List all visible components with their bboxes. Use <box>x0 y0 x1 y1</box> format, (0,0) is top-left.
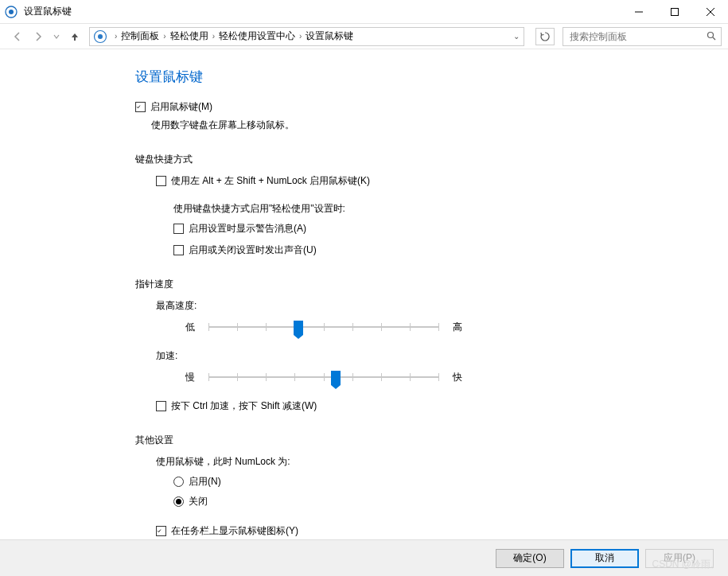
up-button[interactable] <box>68 31 81 42</box>
top-speed-high: 高 <box>447 321 468 334</box>
nav-row: › 控制面板 › 轻松使用 › 轻松使用设置中心 › 设置鼠标键 ⌄ <box>0 24 728 49</box>
top-speed-low: 低 <box>180 321 200 334</box>
minimize-button[interactable] <box>621 0 656 23</box>
maximize-button[interactable] <box>656 0 692 23</box>
ctrl-shift-row: 按下 Ctrl 加速，按下 Shift 减速(W) <box>156 399 629 413</box>
taskbar-icon-label[interactable]: 在任务栏上显示鼠标键图标(Y) <box>171 524 298 538</box>
button-bar: 确定(O) 取消 应用(P) <box>0 539 728 576</box>
forward-button[interactable] <box>32 31 45 42</box>
control-panel-icon <box>93 29 107 44</box>
enable-mousekeys-row: 启用鼠标键(M) <box>135 100 629 114</box>
back-button[interactable] <box>11 31 24 42</box>
svg-rect-3 <box>671 8 678 15</box>
accel-thumb[interactable] <box>331 371 341 385</box>
chevron-right-icon: › <box>295 32 306 41</box>
svg-point-7 <box>98 34 103 39</box>
apply-button: 应用(P) <box>645 549 714 568</box>
page-title: 设置鼠标键 <box>135 68 629 86</box>
numlock-heading: 使用鼠标键，此时 NumLock 为: <box>156 455 629 469</box>
other-heading: 其他设置 <box>135 434 629 447</box>
chevron-right-icon: › <box>208 32 219 41</box>
play-sound-label[interactable]: 启用或关闭设置时发出声音(U) <box>189 243 317 257</box>
radio-on-row: 启用(N) <box>173 475 629 488</box>
top-speed-slider-row: 低 高 <box>180 319 629 335</box>
radio-off-row: 关闭 <box>173 495 629 508</box>
top-speed-thumb[interactable] <box>294 321 303 335</box>
refresh-button[interactable] <box>535 28 555 45</box>
close-button[interactable] <box>692 0 728 23</box>
taskbar-icon-checkbox[interactable] <box>156 526 166 536</box>
top-speed-label: 最高速度: <box>156 299 629 313</box>
shortcut-heading: 键盘快捷方式 <box>135 153 629 166</box>
ctrl-shift-checkbox[interactable] <box>156 401 166 411</box>
cancel-button[interactable]: 取消 <box>570 549 639 568</box>
search-box[interactable] <box>563 27 722 46</box>
show-warning-label[interactable]: 启用设置时显示警告消息(A) <box>189 222 306 235</box>
crumb-mousekeys[interactable]: 设置鼠标键 <box>306 29 353 43</box>
window-title: 设置鼠标键 <box>24 5 621 18</box>
use-shortcut-row: 使用左 Alt + 左 Shift + NumLock 启用鼠标键(K) <box>156 174 629 188</box>
top-speed-slider[interactable] <box>208 319 439 335</box>
recent-dropdown[interactable] <box>53 33 60 40</box>
taskbar-row: 在任务栏上显示鼠标键图标(Y) <box>156 524 629 538</box>
window-buttons <box>621 0 728 23</box>
play-sound-checkbox[interactable] <box>173 245 184 255</box>
crumb-ease-center[interactable]: 轻松使用设置中心 <box>219 29 295 43</box>
ok-button[interactable]: 确定(O) <box>496 549 564 568</box>
app-icon <box>5 6 18 18</box>
address-bar[interactable]: › 控制面板 › 轻松使用 › 轻松使用设置中心 › 设置鼠标键 ⌄ <box>89 27 524 46</box>
search-icon <box>707 29 716 44</box>
accel-slider[interactable] <box>208 369 439 385</box>
enable-mousekeys-desc: 使用数字键盘在屏幕上移动鼠标。 <box>151 119 629 132</box>
accel-low: 慢 <box>180 371 200 384</box>
use-shortcut-checkbox[interactable] <box>156 176 166 186</box>
crumb-control-panel[interactable]: 控制面板 <box>121 29 159 43</box>
numlock-on-label[interactable]: 启用(N) <box>189 475 221 488</box>
enable-mousekeys-checkbox[interactable] <box>135 102 146 112</box>
shortcut-when-heading: 使用键盘快捷方式启用"轻松使用"设置时: <box>173 202 629 216</box>
address-dropdown[interactable]: ⌄ <box>509 32 524 41</box>
numlock-on-radio[interactable] <box>173 477 184 487</box>
accel-high: 快 <box>447 371 468 384</box>
svg-line-9 <box>713 37 715 40</box>
show-warning-checkbox[interactable] <box>173 224 184 234</box>
accel-slider-row: 慢 快 <box>180 369 629 385</box>
accel-label: 加速: <box>156 349 629 363</box>
ctrl-shift-label[interactable]: 按下 Ctrl 加速，按下 Shift 减速(W) <box>171 399 317 413</box>
search-input[interactable] <box>568 30 707 43</box>
svg-point-8 <box>708 32 714 37</box>
chevron-right-icon: › <box>111 32 121 41</box>
enable-mousekeys-label[interactable]: 启用鼠标键(M) <box>150 100 212 114</box>
speed-heading: 指针速度 <box>135 278 629 291</box>
chevron-right-icon: › <box>159 32 169 41</box>
svg-point-1 <box>9 10 14 14</box>
numlock-off-label[interactable]: 关闭 <box>189 495 208 508</box>
play-sound-row: 启用或关闭设置时发出声音(U) <box>173 243 629 257</box>
show-warning-row: 启用设置时显示警告消息(A) <box>173 222 629 235</box>
breadcrumb: 控制面板 › 轻松使用 › 轻松使用设置中心 › 设置鼠标键 <box>121 29 353 43</box>
numlock-off-radio[interactable] <box>173 496 184 507</box>
crumb-ease[interactable]: 轻松使用 <box>170 29 208 43</box>
titlebar: 设置鼠标键 <box>0 0 728 24</box>
content-pane: 设置鼠标键 启用鼠标键(M) 使用数字键盘在屏幕上移动鼠标。 键盘快捷方式 使用… <box>135 68 629 543</box>
use-shortcut-label[interactable]: 使用左 Alt + 左 Shift + NumLock 启用鼠标键(K) <box>171 174 370 188</box>
